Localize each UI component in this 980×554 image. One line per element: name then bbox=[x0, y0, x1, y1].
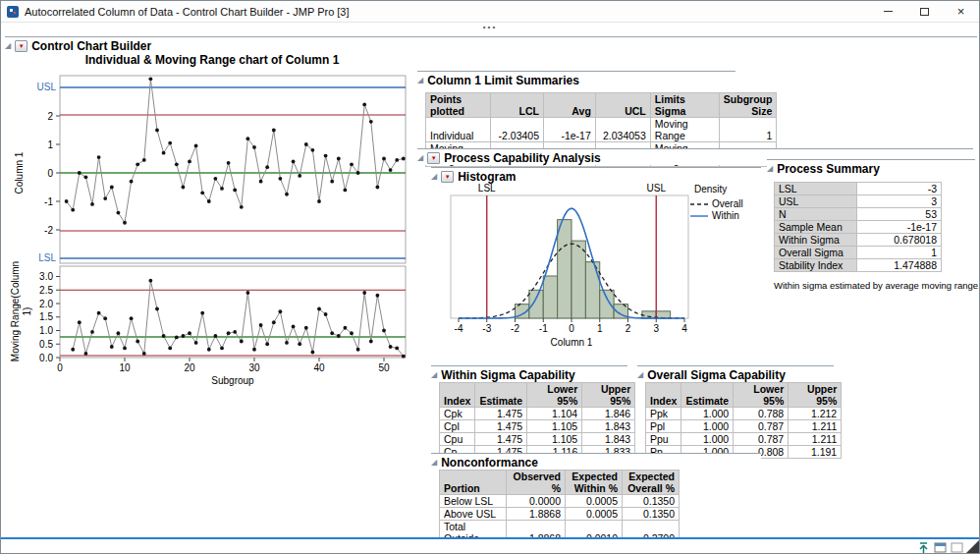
table-cell: 1.000 bbox=[681, 408, 734, 420]
capability-histogram[interactable]: LSLUSL-4-3-2-101234Column 1DensityOveral… bbox=[443, 182, 769, 357]
svg-text:2.5: 2.5 bbox=[39, 285, 53, 296]
red-triangle-menu[interactable]: ▼ bbox=[427, 152, 440, 164]
red-triangle-icon: ▼ bbox=[19, 43, 25, 49]
column-header: Expected Within % bbox=[566, 471, 623, 495]
table-row: Ppl1.0000.7871.211 bbox=[646, 420, 842, 433]
column-header: Observed % bbox=[507, 471, 566, 495]
table-cell: Overall Sigma bbox=[775, 247, 857, 259]
disclosure-icon[interactable]: ◢ bbox=[431, 371, 437, 379]
subgroup-x-axis[interactable]: 01020304050 bbox=[57, 358, 390, 373]
table-cell: 0.1350 bbox=[623, 495, 680, 508]
table-cell: 0.678018 bbox=[857, 234, 942, 247]
chart-title: Individual & Moving Range chart of Colum… bbox=[11, 53, 413, 67]
table-cell: 1.474888 bbox=[857, 259, 942, 272]
table-cell: 53 bbox=[857, 208, 942, 221]
svg-text:2.0: 2.0 bbox=[39, 299, 53, 309]
svg-text:0.0: 0.0 bbox=[39, 353, 53, 363]
svg-text:1: 1 bbox=[597, 323, 603, 334]
table-cell: Ppu bbox=[646, 433, 681, 446]
svg-text:0.5: 0.5 bbox=[39, 339, 53, 350]
svg-text:0: 0 bbox=[47, 168, 53, 179]
svg-text:0: 0 bbox=[569, 323, 574, 334]
disclosure-icon[interactable]: ◢ bbox=[5, 42, 11, 50]
disclosure-icon[interactable]: ◢ bbox=[637, 371, 643, 379]
table-row: Cpu1.4751.1051.843 bbox=[440, 433, 635, 446]
table-cell: 0.788 bbox=[734, 408, 789, 420]
svg-text:0: 0 bbox=[57, 362, 63, 373]
outline-header-within-capability: ◢ Within Sigma Capability bbox=[431, 365, 627, 382]
table-cell: 0.0005 bbox=[566, 508, 623, 521]
outline-title-limit-summaries[interactable]: Column 1 Limit Summaries bbox=[427, 74, 579, 87]
svg-text:2: 2 bbox=[626, 323, 631, 334]
outline-title-nonconformance[interactable]: Nonconformance bbox=[441, 456, 538, 470]
svg-text:1: 1 bbox=[47, 139, 53, 150]
table-cell: 3 bbox=[857, 195, 942, 208]
table-cell: 1.000 bbox=[681, 433, 734, 446]
table-cell: 1.475 bbox=[475, 433, 527, 446]
disclosure-icon[interactable]: ◢ bbox=[417, 154, 423, 162]
outline-title-within-capability[interactable]: Within Sigma Capability bbox=[441, 368, 575, 382]
table-cell: 1.105 bbox=[527, 433, 582, 446]
control-charts[interactable]: USLLSL210-1-2Column 13.02.52.01.51.00.50… bbox=[7, 68, 411, 392]
table-cell: 1 bbox=[719, 118, 777, 142]
outline-title-overall-capability[interactable]: Overall Sigma Capability bbox=[647, 368, 786, 382]
table-cell: -2.03405 bbox=[491, 118, 544, 142]
column-header: Expected Overall % bbox=[623, 471, 680, 495]
histogram-x-axis[interactable]: -4-3-2-101234 bbox=[455, 318, 688, 334]
window-panel-icon[interactable] bbox=[934, 541, 947, 554]
svg-text:-1: -1 bbox=[539, 323, 548, 334]
toolbar-collapse-dots[interactable]: ••• bbox=[1, 23, 979, 33]
column-header: UCL bbox=[595, 93, 650, 118]
disclosure-icon[interactable]: ◢ bbox=[431, 459, 437, 467]
table-cell: Cpu bbox=[440, 433, 475, 446]
disclosure-icon[interactable]: ◢ bbox=[431, 173, 437, 181]
column-header: Limits Sigma bbox=[650, 93, 719, 118]
table-cell: 1.8868 bbox=[507, 508, 566, 521]
blank-window-icon[interactable] bbox=[951, 541, 963, 554]
outline-title-process-summary[interactable]: Process Summary bbox=[777, 162, 880, 176]
column-header: Lower 95% bbox=[734, 383, 789, 408]
close-button[interactable]: × bbox=[943, 1, 979, 22]
svg-text:1.0: 1.0 bbox=[39, 325, 53, 336]
table-row: Within Sigma0.678018 bbox=[775, 234, 942, 247]
disclosure-icon[interactable]: ◢ bbox=[417, 77, 423, 84]
table-cell: -1e-17 bbox=[544, 118, 596, 142]
individuals-y-axis[interactable]: 210-1-2 bbox=[44, 111, 60, 236]
table-cell: 2.034053 bbox=[595, 118, 650, 142]
close-icon: × bbox=[957, 5, 965, 18]
process-summary-table: LSL-3USL3N53Sample Mean-1e-17Within Sigm… bbox=[774, 182, 942, 272]
table-row: Cpk1.4751.1041.846 bbox=[440, 408, 635, 420]
disclosure-icon[interactable]: ◢ bbox=[767, 165, 773, 173]
svg-text:-4: -4 bbox=[455, 323, 463, 334]
svg-text:Overall: Overall bbox=[712, 198, 743, 209]
outline-title-process-capability[interactable]: Process Capability Analysis bbox=[444, 151, 601, 165]
window-title: Autocorrelated Column of Data - Control … bbox=[25, 6, 350, 18]
table-row: Sample Mean-1e-17 bbox=[775, 221, 942, 234]
red-triangle-menu[interactable]: ▼ bbox=[15, 40, 27, 52]
maximize-button[interactable] bbox=[906, 1, 943, 22]
nonconformance-table: PortionObserved %Expected Within %Expect… bbox=[439, 470, 680, 545]
minimize-button[interactable] bbox=[870, 1, 906, 22]
table-row: LSL-3 bbox=[775, 183, 942, 195]
resize-grip-icon[interactable] bbox=[966, 540, 979, 553]
svg-text:30: 30 bbox=[248, 362, 260, 373]
scroll-to-top-icon[interactable] bbox=[917, 541, 930, 554]
outline-header-overall-capability: ◢ Overall Sigma Capability bbox=[637, 365, 834, 382]
svg-text:4: 4 bbox=[681, 323, 687, 334]
table-cell: 1.212 bbox=[789, 408, 842, 420]
table-cell: Stability Index bbox=[775, 259, 857, 272]
table-cell: Ppl bbox=[646, 420, 681, 433]
table-cell: -3 bbox=[857, 183, 942, 195]
svg-text:40: 40 bbox=[313, 362, 325, 373]
column-header: Index bbox=[440, 383, 475, 408]
table-cell: Cpk bbox=[440, 408, 475, 420]
table-row: Stability Index1.474888 bbox=[775, 259, 942, 272]
table-cell: 1.211 bbox=[789, 433, 842, 446]
column-header: Points plotted bbox=[426, 93, 491, 118]
moving-range-y-axis[interactable]: 3.02.52.01.51.00.50.0 bbox=[39, 271, 60, 363]
table-cell: 1.843 bbox=[582, 433, 635, 446]
column-header: Estimate bbox=[681, 383, 734, 408]
column-header: Avg bbox=[544, 93, 596, 118]
outline-title-control-chart-builder[interactable]: Control Chart Builder bbox=[31, 39, 151, 53]
table-cell: 0.0005 bbox=[566, 495, 623, 508]
